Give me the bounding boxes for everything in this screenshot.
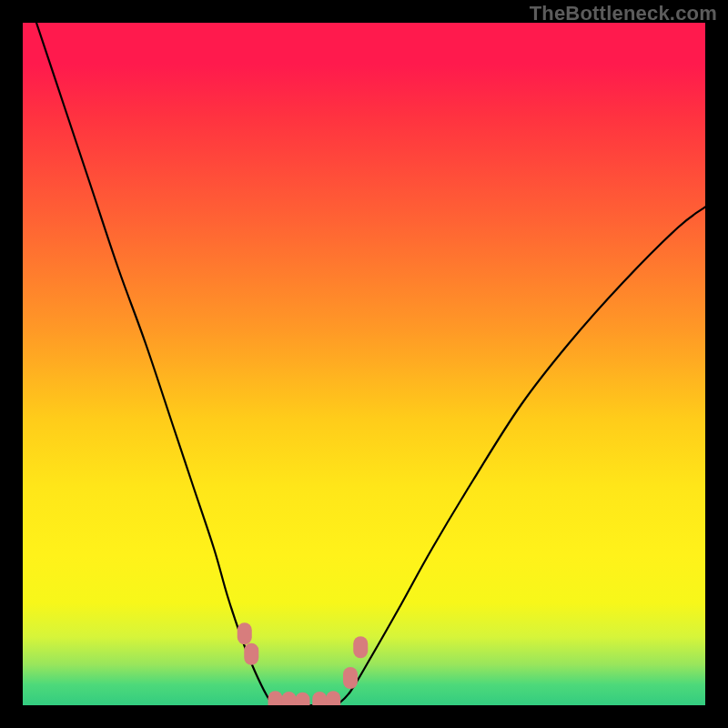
right-marker-lower [343,667,358,689]
left-marker-upper [238,622,252,644]
curve-left-branch [36,23,276,705]
watermark-text: TheBottleneck.com [530,2,717,25]
floor-marker-e [326,691,340,705]
floor-marker-d [312,692,327,705]
floor-marker-c [296,693,310,705]
plot-area [23,23,705,705]
chart-svg [23,23,705,705]
left-marker-lower [244,643,258,665]
floor-marker-b [282,692,297,705]
curve-right-branch [337,207,705,706]
right-marker-upper [353,636,368,658]
chart-frame: TheBottleneck.com [0,0,728,728]
floor-marker-a [268,691,283,705]
